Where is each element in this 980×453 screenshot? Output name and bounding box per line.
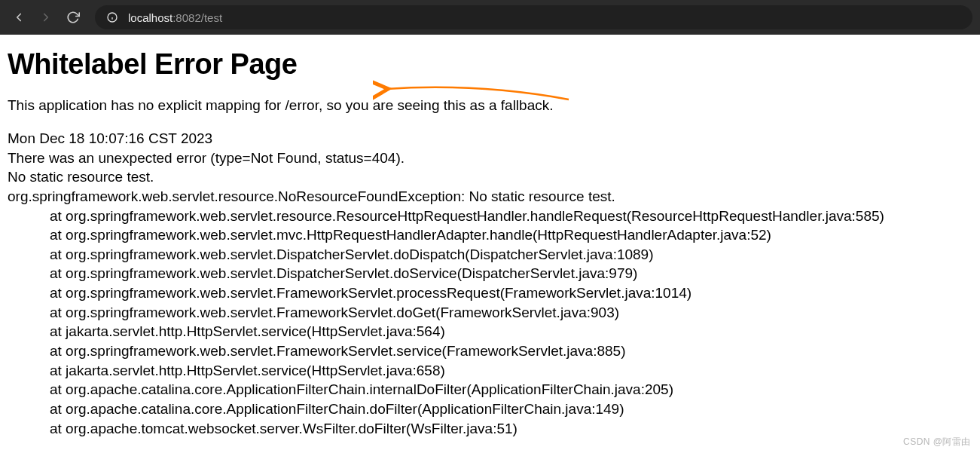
error-details: Mon Dec 18 10:07:16 CST 2023 There was a… <box>8 129 972 438</box>
stack-trace-line: at org.apache.catalina.core.ApplicationF… <box>8 399 972 419</box>
exception-line: org.springframework.web.servlet.resource… <box>8 187 972 207</box>
url-host: localhost <box>128 11 172 24</box>
stack-trace-line: at jakarta.servlet.http.HttpServlet.serv… <box>8 361 972 381</box>
url-port: :8082 <box>172 11 201 24</box>
stack-trace: at org.springframework.web.servlet.resou… <box>8 207 972 439</box>
forward-button[interactable] <box>35 6 57 29</box>
stack-trace-line: at org.springframework.web.servlet.Dispa… <box>8 245 972 265</box>
stack-trace-line: at jakarta.servlet.http.HttpServlet.serv… <box>8 322 972 341</box>
stack-trace-line: at org.springframework.web.servlet.Frame… <box>8 303 972 323</box>
browser-toolbar: localhost:8082/test <box>0 0 980 35</box>
stack-trace-line: at org.springframework.web.servlet.Frame… <box>8 341 972 361</box>
url-path: /test <box>201 11 222 24</box>
stack-trace-line: at org.apache.catalina.core.ApplicationF… <box>8 380 972 399</box>
timestamp-line: Mon Dec 18 10:07:16 CST 2023 <box>8 129 972 148</box>
page-content: Whitelabel Error Page This application h… <box>0 35 980 445</box>
reload-button[interactable] <box>62 6 84 29</box>
stack-trace-line: at org.springframework.web.servlet.Frame… <box>8 283 972 303</box>
error-type-line: There was an unexpected error (type=Not … <box>8 148 972 168</box>
address-bar[interactable]: localhost:8082/test <box>95 5 972 29</box>
url-text: localhost:8082/test <box>128 11 222 24</box>
resource-line: No static resource test. <box>8 167 972 187</box>
fallback-message: This application has no explicit mapping… <box>8 97 972 114</box>
stack-trace-line: at org.apache.tomcat.websocket.server.Ws… <box>8 419 972 439</box>
stack-trace-line: at org.springframework.web.servlet.resou… <box>8 207 972 226</box>
back-button[interactable] <box>8 6 30 29</box>
site-info-icon[interactable] <box>105 11 119 24</box>
stack-trace-line: at org.springframework.web.servlet.Dispa… <box>8 264 972 283</box>
stack-trace-line: at org.springframework.web.servlet.mvc.H… <box>8 225 972 245</box>
watermark: CSDN @阿雷由 <box>903 436 971 448</box>
page-title: Whitelabel Error Page <box>8 48 972 81</box>
